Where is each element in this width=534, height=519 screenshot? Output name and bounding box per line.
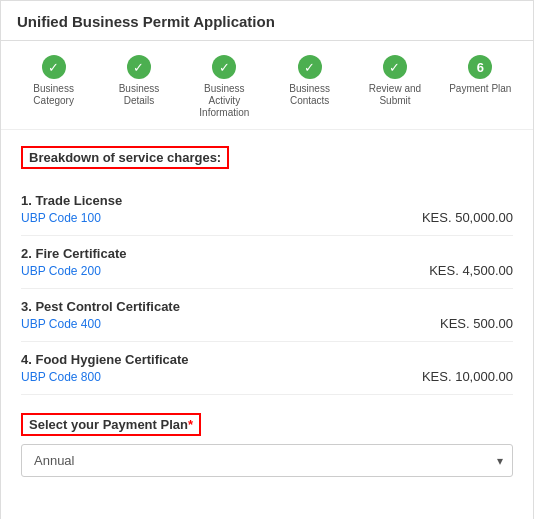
payment-plan-label: Select your Payment Plan*: [21, 413, 201, 436]
step-1-icon: ✓: [42, 55, 66, 79]
charge-4-code: UBP Code 800: [21, 370, 101, 384]
step-1-label: Business Category: [19, 83, 89, 107]
step-4-label: Business Contacts: [275, 83, 345, 107]
charge-3-code: UBP Code 400: [21, 317, 101, 331]
step-business-details: ✓ Business Details: [96, 55, 181, 107]
charge-item-3: 3. Pest Control Certificate UBP Code 400…: [21, 289, 513, 342]
charge-item-1: 1. Trade License UBP Code 100 KES. 50,00…: [21, 183, 513, 236]
step-3-icon: ✓: [212, 55, 236, 79]
charge-4-name: 4. Food Hygiene Certificate: [21, 352, 513, 367]
step-2-label: Business Details: [104, 83, 174, 107]
step-4-icon: ✓: [298, 55, 322, 79]
step-5-icon: ✓: [383, 55, 407, 79]
payment-plan-section: Select your Payment Plan* Annual Semi-An…: [21, 413, 513, 477]
charge-2-code: UBP Code 200: [21, 264, 101, 278]
charge-2-name: 2. Fire Certificate: [21, 246, 513, 261]
main-content: Breakdown of service charges: 1. Trade L…: [1, 130, 533, 493]
footer: Previous Finish: [1, 513, 533, 519]
page-title: Unified Business Permit Application: [1, 1, 533, 41]
charge-item-4: 4. Food Hygiene Certificate UBP Code 800…: [21, 342, 513, 395]
step-business-contacts: ✓ Business Contacts: [267, 55, 352, 107]
required-star: *: [188, 417, 193, 432]
step-review-submit: ✓ Review and Submit: [352, 55, 437, 107]
payment-plan-select[interactable]: Annual Semi-Annual Quarterly: [21, 444, 513, 477]
charge-1-amount: KES. 50,000.00: [422, 210, 513, 225]
charge-4-amount: KES. 10,000.00: [422, 369, 513, 384]
breakdown-section-title: Breakdown of service charges:: [21, 146, 229, 169]
step-6-icon: 6: [468, 55, 492, 79]
stepper: ✓ Business Category ✓ Business Details ✓…: [1, 41, 533, 130]
charge-3-amount: KES. 500.00: [440, 316, 513, 331]
charge-2-amount: KES. 4,500.00: [429, 263, 513, 278]
payment-plan-select-wrapper: Annual Semi-Annual Quarterly ▾: [21, 444, 513, 477]
step-business-activity: ✓ Business Activity Information: [182, 55, 267, 119]
step-2-icon: ✓: [127, 55, 151, 79]
step-5-label: Review and Submit: [360, 83, 430, 107]
charge-1-name: 1. Trade License: [21, 193, 513, 208]
step-3-label: Business Activity Information: [189, 83, 259, 119]
step-6-label: Payment Plan: [449, 83, 511, 95]
charge-3-name: 3. Pest Control Certificate: [21, 299, 513, 314]
app-container: Unified Business Permit Application ✓ Bu…: [0, 0, 534, 519]
step-payment-plan: 6 Payment Plan: [438, 55, 523, 95]
charge-1-code: UBP Code 100: [21, 211, 101, 225]
charge-item-2: 2. Fire Certificate UBP Code 200 KES. 4,…: [21, 236, 513, 289]
step-business-category: ✓ Business Category: [11, 55, 96, 107]
